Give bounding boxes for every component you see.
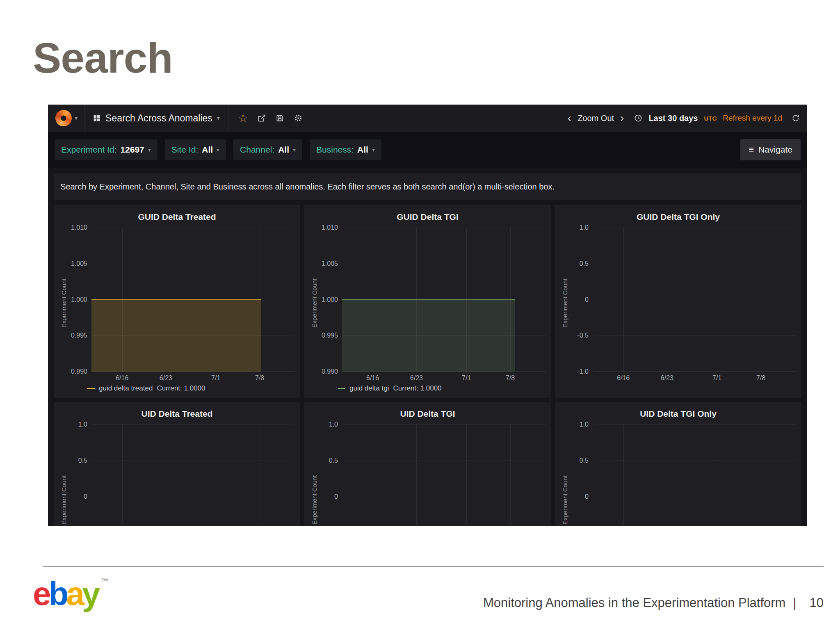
- plot-wrap: 6/166/237/17/8: [91, 420, 295, 526]
- y-axis-title: Experiment Count: [560, 420, 570, 526]
- x-tick-label: 6/16: [116, 374, 128, 382]
- v-gridline: [717, 425, 717, 526]
- panel-title[interactable]: GUID Delta TGI Only: [560, 208, 797, 224]
- shift-time-back-icon[interactable]: ‹: [568, 112, 571, 124]
- series-area: [91, 300, 261, 372]
- y-tick-label: 0.5: [580, 260, 589, 267]
- ebay-logo-letter: y: [82, 575, 98, 612]
- chart-panel-4: UID Delta TGIExperiment Count1.00.50-0.5…: [304, 402, 551, 526]
- grafana-logo-icon: [55, 110, 72, 126]
- y-axis-title: Experiment Count: [560, 224, 570, 382]
- panel-title[interactable]: UID Delta Treated: [59, 405, 295, 420]
- clock-icon: [634, 114, 642, 122]
- trademark-symbol: ™: [101, 577, 108, 585]
- page-number: 10: [810, 596, 824, 610]
- filter-site-id[interactable]: Site Id: All ▾: [165, 139, 226, 160]
- v-gridline: [510, 425, 511, 526]
- filter-value: All: [202, 145, 213, 155]
- panel-legend: guid delta treatedCurrent: 1.0000: [59, 382, 295, 395]
- navigate-button[interactable]: ≡ Navigate: [740, 139, 801, 160]
- y-tick-label: 0.990: [71, 368, 87, 375]
- dashboard-title: Search Across Anomalies: [105, 113, 212, 124]
- y-tick-label: 0: [585, 296, 589, 304]
- menu-icon: ≡: [749, 144, 754, 155]
- star-icon[interactable]: ☆: [238, 112, 248, 125]
- legend-current-value: Current: 1.0000: [157, 384, 205, 393]
- refresh-icon[interactable]: [792, 114, 800, 122]
- y-tick-label: 0.990: [322, 368, 338, 375]
- footer-text: Monitoring Anomalies in the Experimentat…: [483, 596, 785, 610]
- chart-panel-3: UID Delta TreatedExperiment Count1.00.50…: [54, 402, 300, 526]
- save-icon[interactable]: [276, 114, 284, 122]
- y-tick-label: 0.5: [78, 457, 87, 464]
- x-tick-label: 7/8: [756, 374, 765, 382]
- x-tick-label: 7/8: [506, 374, 515, 382]
- x-tick-label: 7/8: [255, 374, 264, 382]
- footer-separator: |: [793, 596, 796, 610]
- panel-title[interactable]: UID Delta TGI Only: [560, 405, 797, 420]
- legend-series-name[interactable]: guid delta treated: [99, 384, 153, 393]
- panel-body: Experiment Count1.0101.0051.0000.9950.99…: [59, 224, 295, 382]
- y-axis-title: Experiment Count: [59, 420, 68, 526]
- y-tick-label: 0: [334, 493, 338, 500]
- y-axis-ticks: 1.0101.0051.0000.9950.990: [68, 228, 91, 372]
- chart-panel-1: GUID Delta TGIExperiment Count1.0101.005…: [304, 205, 551, 398]
- y-tick-label: 1.010: [71, 224, 87, 231]
- v-gridline: [373, 425, 373, 526]
- v-gridline: [122, 425, 123, 526]
- shift-time-forward-icon[interactable]: ›: [620, 112, 624, 124]
- filter-value: All: [278, 145, 289, 155]
- panel-body: Experiment Count1.00.50-0.5-1.06/166/237…: [560, 420, 797, 526]
- y-tick-label: 0.995: [71, 332, 87, 339]
- x-tick-label: 6/23: [661, 374, 673, 382]
- x-tick-label: 7/1: [712, 374, 721, 382]
- series-line: [342, 299, 515, 300]
- filter-channel[interactable]: Channel: All ▾: [233, 139, 302, 160]
- y-axis-ticks: 1.00.50-0.5-1.0: [68, 425, 91, 526]
- y-axis-ticks: 1.00.50-0.5-1.0: [570, 228, 593, 372]
- panel-body: Experiment Count1.00.50-0.5-1.06/166/237…: [309, 420, 546, 526]
- v-gridline: [667, 425, 667, 526]
- plot-wrap: 6/166/237/17/8: [91, 224, 295, 382]
- y-tick-label: 1.010: [322, 224, 338, 231]
- legend-series-name[interactable]: guid delta tgi: [349, 384, 389, 393]
- y-tick-label: 1.005: [71, 260, 87, 267]
- slide-footer: Monitoring Anomalies in the Experimentat…: [483, 596, 824, 610]
- filter-label: Channel:: [240, 145, 274, 155]
- grafana-menu-button[interactable]: ▾: [55, 105, 84, 132]
- panel-title[interactable]: GUID Delta TGI: [309, 208, 546, 224]
- x-tick-label: 6/23: [160, 374, 172, 382]
- time-range-button[interactable]: Last 30 days: [648, 114, 698, 123]
- y-tick-label: -1.0: [577, 368, 589, 375]
- v-gridline: [466, 425, 467, 526]
- v-gridline: [717, 228, 717, 372]
- y-axis-ticks: 1.0101.0051.0000.9950.990: [319, 228, 342, 372]
- filter-bar: Experiment Id: 12697 ▾ Site Id: All ▾ Ch…: [48, 132, 807, 168]
- plot-wrap: 6/166/237/17/8: [342, 224, 546, 382]
- plot-area: [342, 425, 546, 526]
- x-tick-label: 6/16: [617, 374, 630, 382]
- filter-label: Experiment Id:: [61, 145, 116, 155]
- settings-gear-icon[interactable]: [294, 114, 303, 123]
- zoom-out-button[interactable]: Zoom Out: [578, 114, 614, 123]
- panel-body: Experiment Count1.00.50-0.5-1.06/166/237…: [59, 420, 295, 526]
- y-tick-label: 1.0: [78, 421, 87, 428]
- v-gridline: [623, 228, 624, 372]
- filter-business[interactable]: Business: All ▾: [310, 139, 381, 160]
- grafana-dashboard: ▾ Search Across Anomalies ▾ ☆ ‹ Zoom Out…: [48, 105, 807, 526]
- y-tick-label: 0.5: [580, 457, 589, 464]
- panel-title[interactable]: UID Delta TGI: [309, 405, 546, 420]
- x-axis-ticks: 6/166/237/17/8: [342, 372, 546, 382]
- v-gridline: [416, 425, 417, 526]
- panel-title[interactable]: GUID Delta Treated: [59, 208, 295, 224]
- panel-legend: guid delta tgiCurrent: 1.0000: [309, 382, 546, 395]
- refresh-interval-button[interactable]: Refresh every 1d: [723, 114, 782, 123]
- dashboard-picker[interactable]: Search Across Anomalies ▾: [84, 105, 228, 132]
- chart-panel-2: GUID Delta TGI OnlyExperiment Count1.00.…: [555, 205, 801, 398]
- x-tick-label: 6/23: [410, 374, 423, 382]
- filter-experiment-id[interactable]: Experiment Id: 12697 ▾: [55, 139, 158, 160]
- share-icon[interactable]: [258, 114, 266, 122]
- x-tick-label: 6/16: [366, 374, 379, 382]
- legend-line-icon: [87, 388, 95, 389]
- y-tick-label: 1.0: [580, 421, 589, 428]
